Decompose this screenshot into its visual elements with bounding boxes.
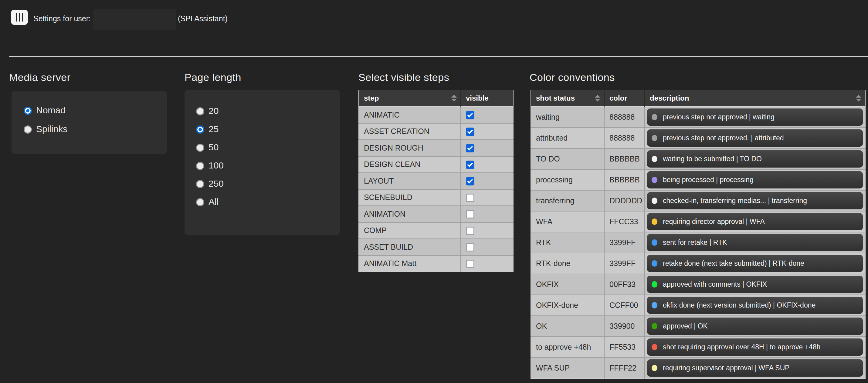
radio-unchecked-icon[interactable] (24, 126, 32, 134)
steps-header-step[interactable]: step (359, 90, 461, 107)
status-color-cell: FFCC33 (604, 211, 645, 232)
media-server-panel: NomadSpilinks (11, 91, 167, 154)
step-row: ASSET BUILD (359, 239, 513, 255)
media-server-radio-group: NomadSpilinks (24, 107, 167, 133)
checkbox-checked-icon[interactable] (466, 144, 474, 152)
status-name-cell: WFA (531, 211, 604, 232)
checkbox-checked-icon[interactable] (466, 161, 474, 169)
status-name-cell: to approve +48h (531, 337, 604, 357)
status-dot-icon (652, 302, 657, 309)
status-dot-icon (652, 114, 657, 120)
status-name-cell: OK (531, 316, 604, 337)
step-row: DESIGN ROUGH (359, 140, 513, 156)
menu-button[interactable] (11, 10, 28, 25)
radio-label[interactable]: 50 (209, 143, 219, 152)
step-visible-cell (461, 255, 513, 272)
radio-checked-icon[interactable] (24, 107, 32, 115)
sort-icon (451, 95, 457, 102)
radio-option-media-0[interactable]: Nomad (24, 107, 167, 114)
checkbox-checked-icon[interactable] (466, 177, 474, 185)
step-name-cell: SCENEBUILD (359, 189, 461, 206)
radio-label[interactable]: 25 (209, 125, 219, 134)
radio-label[interactable]: Nomad (36, 106, 66, 115)
page-length-title: Page length (185, 71, 241, 83)
step-visible-cell (461, 107, 513, 123)
radio-option-page-5[interactable]: All (196, 198, 340, 206)
checkbox-unchecked-icon[interactable] (466, 194, 474, 202)
status-description-cell: approved with comments | OKFIX (645, 274, 865, 295)
status-description-text: okfix done (next version submitted) | OK… (663, 301, 815, 309)
media-server-title: Media server (9, 71, 71, 83)
radio-label[interactable]: All (209, 197, 219, 207)
status-description-cell: sent for retake | RTK (645, 232, 865, 253)
step-visible-cell (461, 239, 513, 255)
sort-icon (856, 95, 861, 102)
radio-checked-icon[interactable] (196, 126, 204, 134)
colors-header-description[interactable]: description (645, 90, 865, 107)
radio-option-page-3[interactable]: 100 (196, 162, 340, 170)
status-description-cell: requiring director approval | WFA (645, 211, 865, 232)
user-display-name: (SPI Assistant) (178, 14, 228, 23)
user-select-field[interactable] (93, 9, 176, 30)
radio-option-page-1[interactable]: 25 (196, 126, 340, 133)
step-name-cell: DESIGN CLEAN (359, 156, 461, 173)
step-name-cell: ASSET BUILD (359, 239, 461, 255)
status-dot-icon (652, 156, 657, 162)
status-description-cell: retake done (next take submitted) | RTK-… (645, 253, 865, 274)
radio-label[interactable]: Spilinks (36, 125, 67, 134)
radio-label[interactable]: 20 (209, 106, 219, 116)
radio-label[interactable]: 100 (209, 161, 224, 171)
status-name-cell: OKFIX (531, 274, 604, 295)
checkbox-checked-icon[interactable] (466, 128, 474, 136)
checkbox-unchecked-icon[interactable] (466, 243, 474, 251)
status-description-pill: retake done (next take submitted) | RTK-… (647, 255, 863, 272)
colors-header-status[interactable]: shot status (531, 90, 604, 107)
triple-bar-icon (16, 13, 23, 22)
status-description-text: previous step not approved. | attributed (663, 134, 784, 142)
radio-option-page-4[interactable]: 250 (196, 180, 340, 188)
status-row: waiting888888previous step not approved … (531, 107, 865, 128)
radio-unchecked-icon[interactable] (196, 162, 204, 170)
step-row: SCENEBUILD (359, 189, 513, 206)
checkbox-unchecked-icon[interactable] (466, 260, 474, 268)
status-row: WFAFFCC33requiring director approval | W… (531, 211, 865, 232)
checkbox-unchecked-icon[interactable] (466, 227, 474, 235)
status-color-cell: DDDDDD (604, 190, 645, 211)
status-row: processingBBBBBBbeing processed | proces… (531, 169, 865, 190)
step-row: LAYOUT (359, 173, 513, 189)
step-row: ASSET CREATION (359, 123, 513, 140)
status-description-cell: shot requiring approval over 48H | to ap… (645, 337, 865, 357)
status-row: RTK-done3399FFretake done (next take sub… (531, 253, 865, 274)
step-visible-cell (461, 173, 513, 189)
step-name-cell: ANIMATIC (359, 107, 461, 123)
status-dot-icon (652, 365, 657, 371)
radio-option-media-1[interactable]: Spilinks (24, 126, 167, 133)
checkbox-checked-icon[interactable] (466, 111, 474, 119)
radio-unchecked-icon[interactable] (196, 144, 204, 152)
status-row: RTK3399FFsent for retake | RTK (531, 232, 865, 253)
step-visible-cell (461, 206, 513, 222)
radio-option-page-0[interactable]: 20 (196, 107, 340, 115)
status-dot-icon (652, 239, 657, 246)
status-name-cell: transferring (531, 190, 604, 211)
status-description-cell: being processed | processing (645, 169, 865, 190)
status-color-cell: 888888 (604, 107, 645, 128)
status-description-pill: requiring supervisor approval | WFA SUP (647, 359, 863, 377)
status-dot-icon (652, 135, 657, 141)
status-description-cell: waiting to be submitted | TO DO (645, 148, 865, 169)
status-description-cell: okfix done (next version submitted) | OK… (645, 295, 865, 316)
status-row: OKFIX00FF33approved with comments | OKFI… (531, 274, 865, 295)
status-description-text: approved | OK (663, 322, 708, 330)
status-description-text: waiting to be submitted | TO DO (663, 155, 762, 163)
step-visible-cell (461, 189, 513, 206)
radio-unchecked-icon[interactable] (196, 198, 204, 206)
status-row: OKFIX-doneCCFF00okfix done (next version… (531, 295, 865, 316)
radio-label[interactable]: 250 (209, 179, 224, 189)
radio-option-page-2[interactable]: 50 (196, 144, 340, 151)
radio-unchecked-icon[interactable] (196, 180, 204, 188)
checkbox-unchecked-icon[interactable] (466, 210, 474, 218)
status-description-text: shot requiring approval over 48H | to ap… (663, 343, 820, 351)
radio-unchecked-icon[interactable] (196, 107, 204, 115)
page-length-radio-group: 202550100250All (196, 107, 340, 206)
status-description-text: retake done (next take submitted) | RTK-… (663, 259, 804, 268)
